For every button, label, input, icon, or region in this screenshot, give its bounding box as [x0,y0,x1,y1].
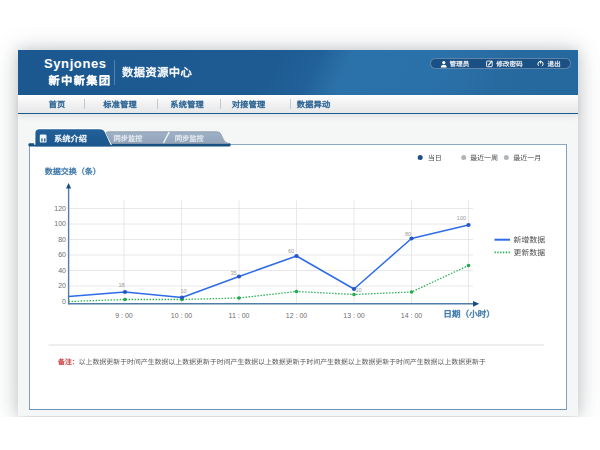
svg-text:18: 18 [118,282,124,288]
svg-text:11 : 00: 11 : 00 [229,312,250,319]
svg-text:10: 10 [355,287,361,293]
svg-text:35: 35 [230,270,236,276]
svg-text:40: 40 [58,267,66,274]
svg-text:100: 100 [54,220,66,227]
svg-text:10: 10 [180,288,186,294]
svg-text:80: 80 [405,231,411,237]
svg-text:14 : 00: 14 : 00 [401,312,423,319]
svg-text:60: 60 [58,251,66,258]
svg-text:20: 20 [58,282,66,289]
svg-text:100: 100 [457,215,466,221]
svg-text:9 : 00: 9 : 00 [115,312,133,319]
svg-text:12 : 00: 12 : 00 [286,312,308,319]
svg-text:80: 80 [58,236,66,243]
svg-text:0: 0 [62,298,66,305]
svg-text:120: 120 [54,205,66,212]
svg-text:60: 60 [288,248,294,254]
svg-text:10 : 00: 10 : 00 [171,312,193,319]
svg-text:13 : 00: 13 : 00 [343,312,365,319]
